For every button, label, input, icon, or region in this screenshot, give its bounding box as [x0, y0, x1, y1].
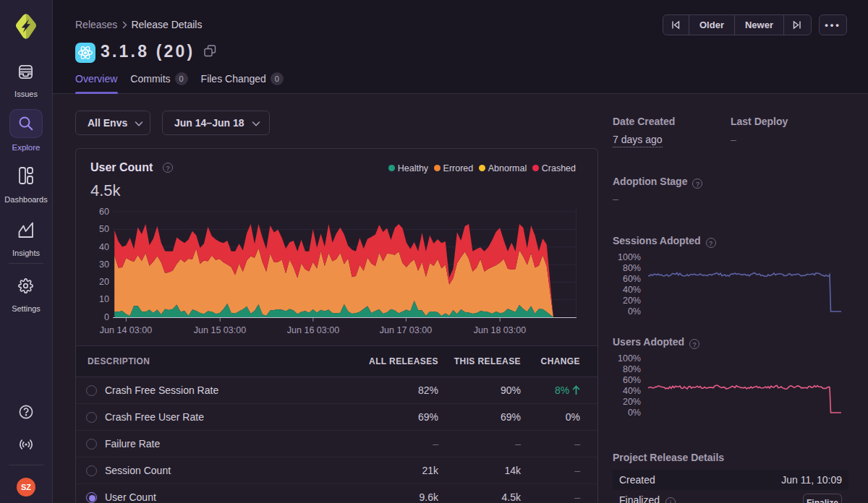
svg-text:80%: 80%: [623, 364, 641, 374]
svg-text:60%: 60%: [623, 274, 641, 284]
svg-text:20: 20: [99, 277, 109, 287]
svg-text:40: 40: [99, 242, 109, 252]
svg-text:80%: 80%: [623, 263, 641, 273]
svg-text:0%: 0%: [628, 306, 641, 317]
svg-text:60%: 60%: [623, 375, 641, 385]
svg-text:Jun 14 03:00: Jun 14 03:00: [100, 325, 152, 335]
svg-text:20%: 20%: [623, 397, 641, 407]
svg-text:Jun 16 03:00: Jun 16 03:00: [287, 325, 339, 335]
svg-text:100%: 100%: [618, 252, 641, 262]
svg-text:Jun 17 03:00: Jun 17 03:00: [380, 325, 432, 335]
svg-text:40%: 40%: [623, 285, 641, 295]
svg-text:Jun 15 03:00: Jun 15 03:00: [194, 325, 246, 335]
svg-text:60: 60: [99, 207, 109, 217]
svg-text:30: 30: [99, 259, 109, 270]
svg-text:50: 50: [99, 224, 109, 234]
svg-text:100%: 100%: [618, 353, 641, 364]
svg-text:Jun 18 03:00: Jun 18 03:00: [474, 325, 526, 335]
svg-text:0%: 0%: [628, 408, 641, 418]
svg-text:20%: 20%: [623, 296, 641, 306]
svg-text:0: 0: [104, 312, 109, 322]
svg-text:10: 10: [99, 294, 109, 304]
svg-text:40%: 40%: [623, 386, 641, 396]
